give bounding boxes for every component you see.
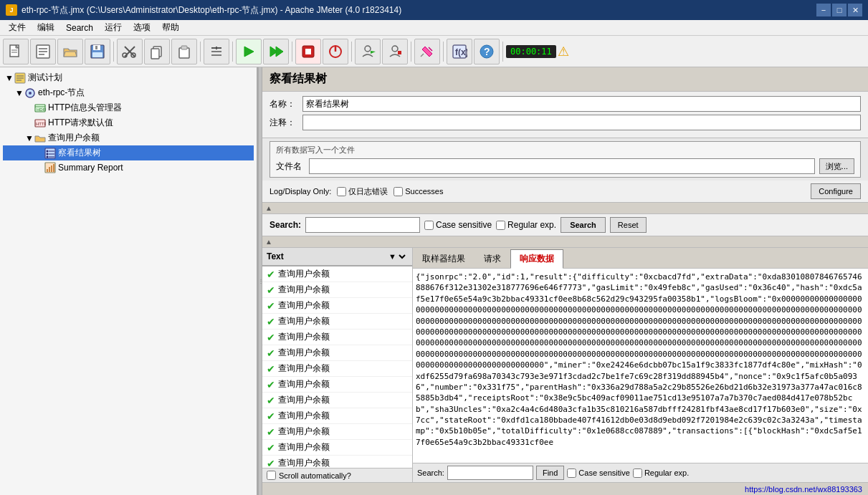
detail-case-sensitive-checkbox[interactable] [567,468,576,478]
minimize-button[interactable]: − [816,4,831,16]
run-no-pause-button[interactable] [263,39,289,64]
collapse-arrow-1[interactable]: ▲ [265,204,272,212]
case-sensitive-text: Case sensitive [436,220,492,230]
tree-arrow-view-tree: ▶ [34,148,44,158]
shutdown-button[interactable] [323,39,348,64]
name-input[interactable] [302,96,861,112]
svg-rect-10 [95,46,97,49]
successes-checkbox[interactable] [394,187,403,196]
detail-regular-exp-label[interactable]: Regular exp. [633,468,689,478]
tree-node-view-tree[interactable]: ▶ 察看结果树 [3,145,254,160]
result-item[interactable]: ✔查询用户余额 [262,408,412,424]
cut-button[interactable] [117,39,143,64]
svg-rect-17 [151,49,159,59]
tree-arrow-query[interactable]: ▼ [24,133,34,143]
form-area: 名称： 注释： [262,92,868,138]
window-controls: − □ ✕ [816,4,862,16]
successes-checkbox-label[interactable]: Successes [394,187,443,196]
save-button[interactable] [85,39,110,64]
function-helper-button[interactable]: f(x) [447,39,472,64]
case-sensitive-checkbox[interactable] [424,221,434,230]
tree-arrow-eth[interactable]: ▼ [14,88,24,98]
file-name-input[interactable] [309,158,815,174]
result-item[interactable]: ✔查询用户余额 [262,393,412,408]
tree-node-http-default[interactable]: ▶ HTTP HTTP请求默认值 [3,115,254,130]
results-items: ✔查询用户余额✔查询用户余额✔查询用户余额✔查询用户余额✔查询用户余额✔查询用户… [262,266,412,468]
case-sensitive-label[interactable]: Case sensitive [424,220,492,230]
svg-marker-26 [276,47,283,57]
detail-search-input[interactable] [447,466,533,480]
regular-exp-checkbox[interactable] [496,221,505,230]
remote-start-button[interactable] [355,39,381,64]
tree-node-plan[interactable]: ▼ 测试计划 [3,70,254,85]
name-row: 名称： [270,96,861,112]
result-item[interactable]: ✔查询用户余额 [262,314,412,330]
result-item[interactable]: ✔查询用户余额 [262,345,412,361]
detail-regular-exp-checkbox[interactable] [633,468,642,478]
result-item[interactable]: ✔查询用户余额 [262,298,412,314]
comment-row: 注释： [270,115,861,130]
paste-button[interactable] [171,39,197,64]
maximize-button[interactable]: □ [832,4,846,16]
warning-icon: ⚠ [558,44,569,59]
run-button[interactable] [236,39,262,64]
find-button[interactable]: Find [536,466,564,480]
browse-button[interactable]: 浏览... [819,158,854,174]
result-item[interactable]: ✔查询用户余额 [262,377,412,393]
remote-stop-button[interactable] [382,39,408,64]
close-button[interactable]: ✕ [848,4,862,16]
result-item[interactable]: ✔查询用户余额 [262,330,412,345]
scroll-auto-checkbox[interactable] [267,471,276,480]
tab-response[interactable]: 响应数据 [510,249,563,269]
menu-run[interactable]: 运行 [99,20,128,35]
regular-exp-label[interactable]: Regular exp. [496,220,556,230]
stop-button[interactable] [295,39,321,64]
expand-button[interactable] [204,39,229,64]
comment-input[interactable] [302,115,861,130]
col-header-select[interactable]: ▼ [386,251,408,261]
help-button[interactable]: ? [474,39,500,64]
result-label: 查询用户余额 [278,331,330,343]
templates-button[interactable] [30,39,56,64]
open-button[interactable] [57,39,83,64]
new-button[interactable] [3,39,29,64]
tab-request[interactable]: 请求 [474,249,510,268]
search-button[interactable]: Search [561,217,606,233]
result-label: 查询用户余额 [278,394,330,406]
configure-button[interactable]: Configure [811,183,861,199]
tree-node-eth[interactable]: ▼ eth-rpc-节点 [3,85,254,100]
menu-edit[interactable]: 编辑 [32,20,60,35]
file-section-title: 所有数据写入一个文件 [276,145,854,155]
menu-help[interactable]: 帮助 [156,20,185,35]
menu-file[interactable]: 文件 [3,20,32,35]
result-item[interactable]: ✔查询用户余额 [262,424,412,440]
detail-content: {"jsonrpc":"2.0","id":1,"result":{"diffi… [413,269,868,463]
result-item[interactable]: ✔查询用户余额 [262,282,412,298]
result-status-icon: ✔ [267,300,275,312]
result-item[interactable]: ✔查询用户余额 [262,361,412,377]
detail-regular-exp-text: Regular exp. [644,468,689,477]
tree-node-query[interactable]: ▼ 查询用户余额 [3,130,254,145]
result-label: 查询用户余额 [278,362,330,375]
tree-node-http-header[interactable]: ▶ HDR HTTP信息头管理器 [3,100,254,115]
results-footer[interactable]: Scroll automatically? [262,468,412,482]
tree-node-summary[interactable]: ▶ Summary Report [3,160,254,175]
result-item[interactable]: ✔查询用户余额 [262,266,412,282]
result-status-icon: ✔ [267,284,275,296]
error-only-label: 仅日志错误 [348,186,388,197]
result-item[interactable]: ✔查询用户余额 [262,440,412,456]
menu-search[interactable]: Search [60,21,99,34]
search-input[interactable] [305,217,420,233]
error-only-checkbox-label[interactable]: 仅日志错误 [337,186,388,197]
clear-button[interactable] [414,39,440,64]
tab-sampler[interactable]: 取样器结果 [413,249,474,268]
menu-options[interactable]: 选项 [128,20,156,35]
reset-button[interactable]: Reset [610,217,647,233]
result-item[interactable]: ✔查询用户余额 [262,456,412,468]
detail-case-sensitive-label[interactable]: Case sensitive [567,468,630,478]
copy-button[interactable] [144,39,170,64]
timer-display: 00:00:11 [506,45,556,58]
tree-arrow-plan[interactable]: ▼ [4,73,14,83]
collapse-arrow-2[interactable]: ▲ [265,238,272,246]
error-only-checkbox[interactable] [337,187,346,196]
